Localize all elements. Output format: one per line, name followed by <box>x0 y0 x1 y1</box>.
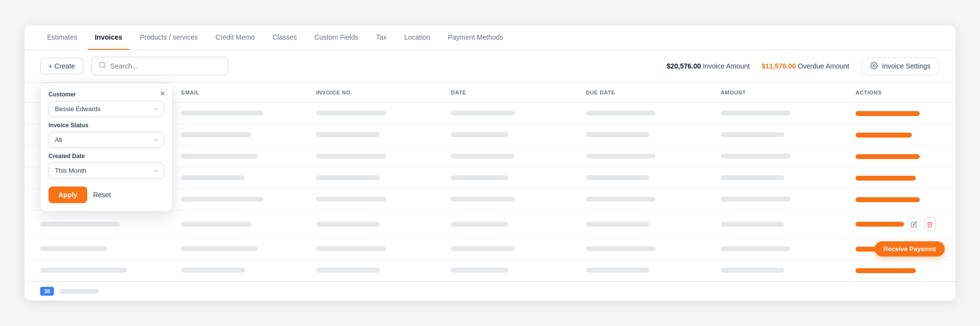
actions-cell <box>852 261 940 280</box>
tab-classes[interactable]: Classes <box>266 25 304 50</box>
toolbar: + Create $20,576.00 Invoice Amount $11,5… <box>24 50 956 83</box>
table-cell <box>582 260 717 281</box>
reset-button[interactable]: Reset <box>93 191 111 199</box>
table-cell <box>312 189 447 210</box>
search-box <box>91 57 228 75</box>
overdue-amount-value: $11,576.00 <box>761 62 796 70</box>
table-cell <box>177 214 312 235</box>
table-cell <box>717 214 852 235</box>
date-label: Created Date <box>49 153 164 160</box>
search-input[interactable] <box>110 62 221 70</box>
th-email: EMAIL <box>177 83 312 102</box>
table-cell <box>717 103 852 124</box>
page-count-badge: 38 <box>40 287 54 296</box>
table-cell <box>177 167 312 188</box>
delete-icon-button[interactable] <box>924 217 936 231</box>
tab-tax[interactable]: Tax <box>369 25 393 50</box>
table-cell <box>447 103 582 124</box>
table-cell <box>447 189 582 210</box>
table-cell <box>312 167 447 188</box>
table-cell <box>312 238 447 259</box>
tab-credit-memo[interactable]: Credit Memo <box>209 25 262 50</box>
nav-tabs: Estimates Invoices Products / services C… <box>24 25 956 50</box>
pagination-info <box>60 289 99 294</box>
actions-cell <box>852 169 940 187</box>
receive-payment-tooltip[interactable]: Receive Payemnt <box>875 241 945 256</box>
actions-cell: Receive Payemnt <box>852 240 940 258</box>
th-date: DATE <box>447 83 582 102</box>
tab-location[interactable]: Location <box>397 25 437 50</box>
apply-button[interactable]: Apply <box>49 186 87 203</box>
tab-products[interactable]: Products / services <box>133 25 205 50</box>
table-cell <box>582 238 717 259</box>
table-cell <box>447 124 582 145</box>
table-cell <box>40 238 177 259</box>
table-cell <box>717 260 852 281</box>
invoice-settings-button[interactable]: Invoice Settings <box>861 57 940 75</box>
table-cell <box>177 124 312 145</box>
table-cell <box>717 238 852 259</box>
tab-invoices[interactable]: Invoices <box>88 25 129 50</box>
table-cell <box>447 146 582 167</box>
filter-actions: Apply Reset <box>49 186 164 203</box>
table-cell <box>312 124 447 145</box>
table-cell <box>447 214 582 235</box>
table-cell <box>447 238 582 259</box>
actions-cell <box>852 190 940 209</box>
table-cell <box>582 124 717 145</box>
tab-payment-methods[interactable]: Payment Methods <box>441 25 510 50</box>
table-cell <box>717 189 852 210</box>
overdue-amount-label: Overdue Amount <box>798 62 849 70</box>
table-cell <box>312 214 447 235</box>
table-cell <box>582 146 717 167</box>
table-cell <box>582 103 717 124</box>
tab-custom-fields[interactable]: Custom Fields <box>308 25 365 50</box>
table-cell <box>717 124 852 145</box>
overdue-amount-stat: $11,576.00 Overdue Amount <box>761 62 849 70</box>
invoice-amount-value: $20,576.00 <box>666 62 701 70</box>
date-select[interactable]: This Month Last Month This Year Last Yea… <box>49 163 164 179</box>
table-row <box>24 210 956 238</box>
table-cell <box>582 189 717 210</box>
status-select[interactable]: All Paid Unpaid Overdue Draft <box>49 132 164 148</box>
table-cell <box>177 146 312 167</box>
actions-cell <box>852 126 940 144</box>
table-cell <box>447 260 582 281</box>
table-cell <box>40 260 177 281</box>
table-cell <box>177 260 312 281</box>
status-label: Invoice Status <box>49 122 164 129</box>
actions-cell <box>852 104 940 123</box>
pagination-bar: 38 <box>24 281 956 301</box>
table-row: Receive Payemnt <box>24 238 956 260</box>
table-cell <box>717 146 852 167</box>
th-actions: ACTIONS <box>852 83 940 102</box>
table-cell <box>312 260 447 281</box>
invoice-settings-label: Invoice Settings <box>882 62 931 70</box>
table-cell <box>40 214 177 235</box>
filter-popup: × Customer Bessie Edwards All Customers … <box>40 83 172 211</box>
table-cell <box>177 238 312 259</box>
table-cell <box>177 103 312 124</box>
th-due-date: DUE DATE <box>582 83 717 102</box>
svg-point-1 <box>873 65 875 67</box>
actions-cell <box>852 210 940 238</box>
table-area: CUSTOMERS EMAIL INVOICE NO. DATE DUE DAT… <box>24 83 956 301</box>
search-icon <box>98 61 106 71</box>
table-cell <box>312 146 447 167</box>
actions-cell <box>852 147 940 166</box>
table-cell <box>582 167 717 188</box>
customer-select[interactable]: Bessie Edwards All Customers John Smith … <box>49 101 164 117</box>
customer-label: Customer <box>49 91 164 98</box>
tab-estimates[interactable]: Estimates <box>40 25 84 50</box>
table-cell <box>177 189 312 210</box>
close-button[interactable]: × <box>160 89 165 98</box>
create-button[interactable]: + Create <box>40 58 83 74</box>
app-container: Estimates Invoices Products / services C… <box>24 25 956 301</box>
table-row <box>24 260 956 281</box>
invoice-amount-label: Invoice Amount <box>703 62 750 70</box>
table-cell <box>717 167 852 188</box>
toolbar-right: $20,576.00 Invoice Amount $11,576.00 Ove… <box>666 57 940 75</box>
table-cell <box>582 214 717 235</box>
th-amount: AMOUNT <box>717 83 852 102</box>
edit-icon-button[interactable] <box>908 217 920 231</box>
